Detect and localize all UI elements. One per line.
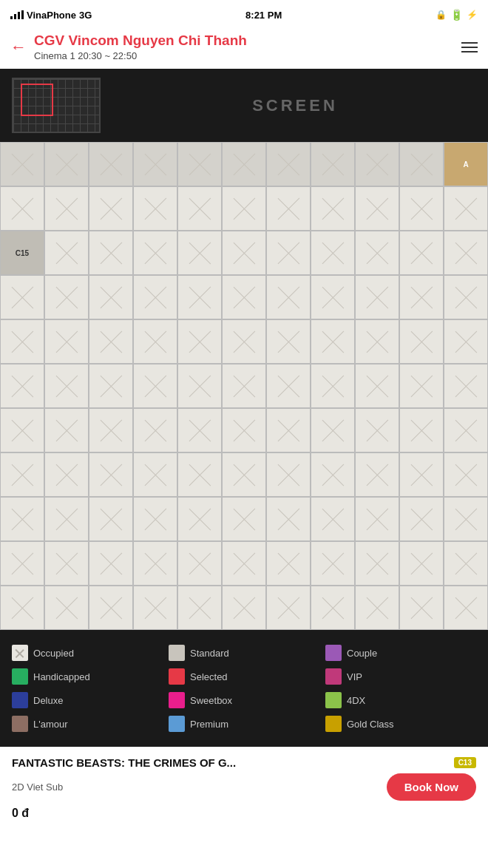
seat-cell[interactable] (0, 408, 44, 452)
seat-cell[interactable] (44, 186, 89, 231)
seat-cell[interactable] (44, 541, 89, 586)
seat-cell[interactable] (399, 142, 444, 186)
seat-cell[interactable] (44, 364, 89, 408)
seat-cell[interactable] (444, 497, 488, 541)
seat-cell[interactable] (89, 586, 133, 630)
seat-cell[interactable] (222, 408, 266, 452)
seat-cell[interactable] (0, 452, 44, 497)
seat-cell[interactable] (311, 586, 355, 630)
seat-cell[interactable] (133, 408, 177, 452)
seat-cell[interactable] (133, 319, 177, 364)
seat-cell[interactable] (355, 408, 399, 452)
seat-cell[interactable] (399, 452, 444, 497)
seat-cell[interactable] (44, 408, 89, 452)
seat-cell[interactable] (444, 408, 488, 452)
seat-cell[interactable] (444, 364, 488, 408)
seat-cell[interactable] (177, 408, 222, 452)
seat-cell[interactable] (444, 541, 488, 586)
seat-cell[interactable] (399, 231, 444, 275)
seat-cell[interactable] (44, 275, 89, 319)
seat-cell[interactable] (133, 142, 177, 186)
seat-cell[interactable] (0, 364, 44, 408)
seat-cell[interactable] (355, 186, 399, 231)
seat-cell[interactable] (266, 364, 311, 408)
seat-cell[interactable] (399, 541, 444, 586)
seat-cell[interactable] (355, 452, 399, 497)
seat-cell[interactable] (89, 452, 133, 497)
seat-cell[interactable] (44, 586, 89, 630)
seat-cell[interactable] (444, 586, 488, 630)
seat-cell[interactable] (266, 541, 311, 586)
seat-cell[interactable] (444, 452, 488, 497)
seat-cell[interactable] (89, 541, 133, 586)
seat-cell[interactable]: A (444, 142, 488, 186)
seat-cell[interactable] (222, 231, 266, 275)
seat-cell[interactable] (399, 186, 444, 231)
seat-cell[interactable] (222, 319, 266, 364)
seat-cell[interactable] (222, 497, 266, 541)
back-button[interactable]: ← (10, 38, 27, 57)
seat-cell[interactable] (355, 541, 399, 586)
seat-cell[interactable] (177, 364, 222, 408)
seat-cell[interactable] (0, 497, 44, 541)
seat-cell[interactable] (89, 497, 133, 541)
seat-cell[interactable] (177, 452, 222, 497)
seat-cell[interactable] (133, 275, 177, 319)
seat-cell[interactable] (311, 275, 355, 319)
seat-cell[interactable] (266, 275, 311, 319)
seat-cell[interactable] (222, 186, 266, 231)
seat-cell[interactable] (311, 231, 355, 275)
seat-cell[interactable] (311, 497, 355, 541)
book-now-button[interactable]: Book Now (387, 773, 476, 801)
seat-cell[interactable] (89, 319, 133, 364)
seat-cell[interactable] (0, 586, 44, 630)
seat-cell[interactable] (0, 319, 44, 364)
seat-cell[interactable] (311, 142, 355, 186)
seat-cell[interactable] (266, 142, 311, 186)
seat-cell[interactable] (266, 586, 311, 630)
seat-cell[interactable] (44, 142, 89, 186)
seat-cell[interactable] (133, 231, 177, 275)
seat-cell[interactable] (177, 231, 222, 275)
seat-cell[interactable] (89, 364, 133, 408)
seat-cell[interactable] (355, 586, 399, 630)
seat-cell[interactable] (133, 497, 177, 541)
seat-cell[interactable] (89, 142, 133, 186)
seat-cell[interactable] (177, 275, 222, 319)
seat-cell[interactable] (311, 186, 355, 231)
seat-cell[interactable] (89, 275, 133, 319)
seat-cell[interactable] (89, 186, 133, 231)
seat-cell[interactable] (444, 275, 488, 319)
seat-cell[interactable] (355, 497, 399, 541)
seat-cell[interactable] (222, 541, 266, 586)
seat-cell[interactable] (399, 408, 444, 452)
seat-cell[interactable] (44, 452, 89, 497)
seat-cell[interactable] (44, 319, 89, 364)
seat-cell[interactable] (399, 586, 444, 630)
seat-cell[interactable] (311, 319, 355, 364)
seat-cell[interactable] (355, 231, 399, 275)
seat-cell[interactable] (0, 142, 44, 186)
seat-cell[interactable] (266, 231, 311, 275)
seat-cell[interactable] (177, 319, 222, 364)
seat-cell[interactable] (222, 275, 266, 319)
seat-cell[interactable] (44, 497, 89, 541)
seat-cell[interactable] (177, 586, 222, 630)
seat-cell[interactable] (399, 364, 444, 408)
seat-cell[interactable] (444, 319, 488, 364)
seat-cell[interactable] (444, 186, 488, 231)
seat-cell[interactable] (266, 408, 311, 452)
seat-cell[interactable] (399, 319, 444, 364)
seat-cell[interactable] (0, 275, 44, 319)
seat-cell[interactable] (177, 541, 222, 586)
seat-cell[interactable] (222, 452, 266, 497)
seat-cell[interactable] (399, 497, 444, 541)
seat-cell[interactable] (133, 364, 177, 408)
seat-cell[interactable] (311, 452, 355, 497)
seat-cell[interactable] (222, 142, 266, 186)
seat-cell[interactable] (355, 275, 399, 319)
seat-cell[interactable] (355, 364, 399, 408)
seat-cell[interactable] (311, 408, 355, 452)
seat-cell[interactable] (133, 186, 177, 231)
seat-cell[interactable] (177, 142, 222, 186)
